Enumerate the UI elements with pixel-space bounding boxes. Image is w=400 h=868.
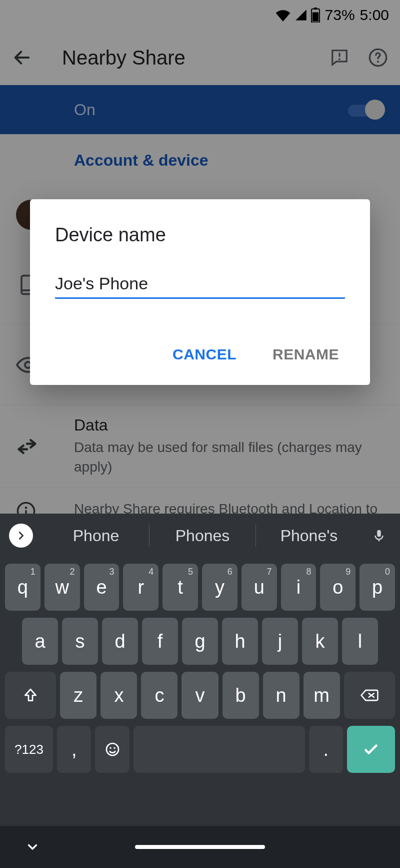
suggestion-2[interactable]: Phones: [150, 527, 256, 545]
key-m[interactable]: m: [304, 672, 340, 719]
navigation-bar: [0, 826, 400, 868]
key-z[interactable]: z: [60, 672, 96, 719]
voice-input-button[interactable]: [367, 528, 391, 543]
expand-suggestions-button[interactable]: [9, 524, 33, 548]
key-n[interactable]: n: [263, 672, 300, 719]
device-name-input[interactable]: [55, 274, 345, 293]
emoji-key[interactable]: [95, 726, 130, 773]
key-t[interactable]: t5: [162, 564, 198, 611]
key-f[interactable]: f: [142, 618, 178, 665]
key-e[interactable]: e3: [84, 564, 120, 611]
backspace-key[interactable]: [344, 672, 395, 719]
key-s[interactable]: s: [62, 618, 98, 665]
symbols-key[interactable]: ?123: [5, 726, 53, 773]
key-r[interactable]: r4: [123, 564, 158, 611]
emoji-icon: [104, 741, 120, 757]
dialog-title: Device name: [55, 224, 345, 246]
key-a[interactable]: a: [22, 618, 58, 665]
chevron-down-icon: [25, 839, 40, 854]
shift-icon: [22, 687, 38, 703]
keyboard-dismiss-button[interactable]: [25, 839, 40, 854]
mic-icon: [372, 528, 386, 543]
home-gesture-pill[interactable]: [135, 845, 265, 849]
key-x[interactable]: x: [100, 672, 137, 719]
key-c[interactable]: c: [141, 672, 178, 719]
comma-key[interactable]: ,: [57, 726, 92, 773]
svg-rect-13: [377, 530, 381, 537]
chevron-right-icon: [16, 530, 26, 541]
key-u[interactable]: u7: [242, 564, 277, 611]
svg-point-16: [114, 747, 115, 749]
key-j[interactable]: j: [262, 618, 298, 665]
check-icon: [362, 740, 380, 758]
cancel-button[interactable]: CANCEL: [170, 339, 238, 370]
key-y[interactable]: y6: [202, 564, 238, 611]
key-l[interactable]: l: [342, 618, 378, 665]
backspace-icon: [360, 687, 379, 703]
key-i[interactable]: i8: [281, 564, 316, 611]
key-p[interactable]: p0: [360, 564, 395, 611]
key-w[interactable]: w2: [44, 564, 80, 611]
svg-point-15: [110, 747, 111, 749]
period-key[interactable]: .: [309, 726, 344, 773]
soft-keyboard[interactable]: Phone Phones Phone's q1w2e3r4t5y6u7i8o9p…: [0, 514, 400, 826]
rename-button[interactable]: RENAME: [270, 339, 341, 370]
space-key[interactable]: [134, 726, 305, 773]
key-k[interactable]: k: [302, 618, 338, 665]
key-o[interactable]: o9: [320, 564, 356, 611]
suggestion-bar: Phone Phones Phone's: [0, 514, 400, 558]
key-h[interactable]: h: [222, 618, 258, 665]
suggestion-3[interactable]: Phone's: [256, 527, 362, 545]
device-name-dialog: Device name CANCEL RENAME: [30, 199, 370, 385]
suggestion-1[interactable]: Phone: [43, 527, 149, 545]
svg-point-14: [106, 743, 118, 755]
key-q[interactable]: q1: [5, 564, 40, 611]
key-g[interactable]: g: [182, 618, 218, 665]
enter-key[interactable]: [347, 726, 395, 773]
key-v[interactable]: v: [182, 672, 218, 719]
key-b[interactable]: b: [222, 672, 259, 719]
shift-key[interactable]: [5, 672, 56, 719]
key-d[interactable]: d: [102, 618, 138, 665]
